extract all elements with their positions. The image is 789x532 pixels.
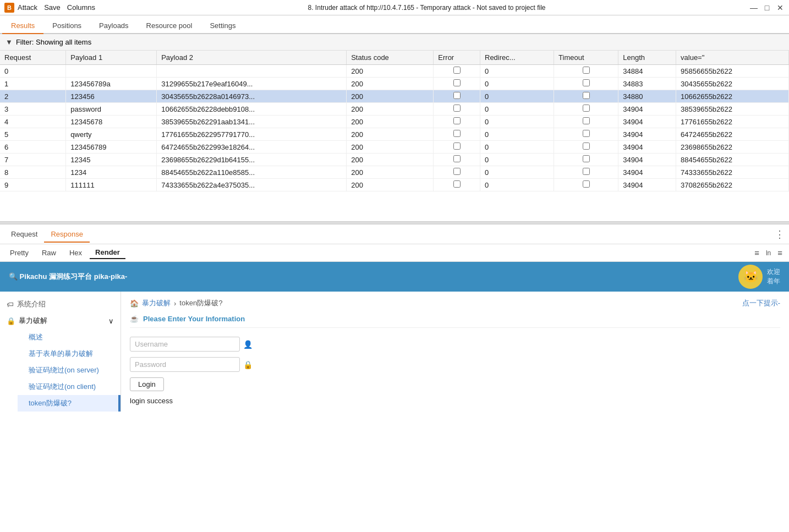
timeout-checkbox[interactable] bbox=[554, 141, 618, 153]
close-button[interactable]: ✕ bbox=[776, 3, 785, 12]
error-cb[interactable] bbox=[453, 105, 461, 112]
timeout-checkbox[interactable] bbox=[554, 90, 618, 103]
timeout-checkbox[interactable] bbox=[554, 103, 618, 116]
sidebar-item-overview[interactable]: 概述 bbox=[18, 329, 120, 345]
menu-columns[interactable]: Columns bbox=[67, 3, 95, 12]
lock-icon: 🔒 bbox=[7, 317, 15, 325]
menu-save[interactable]: Save bbox=[44, 3, 61, 12]
timeout-cb[interactable] bbox=[583, 142, 590, 150]
timeout-cb[interactable] bbox=[583, 180, 590, 188]
timeout-checkbox[interactable] bbox=[554, 179, 618, 191]
value-val: 10662655b2622 bbox=[676, 90, 789, 103]
timeout-checkbox[interactable] bbox=[554, 128, 618, 141]
error-cb[interactable] bbox=[453, 142, 461, 150]
tab-payloads[interactable]: Payloads bbox=[90, 18, 137, 34]
tab-response[interactable]: Response bbox=[44, 227, 90, 243]
error-cb[interactable] bbox=[453, 92, 461, 99]
error-checkbox[interactable] bbox=[434, 128, 480, 141]
tab-hex[interactable]: Hex bbox=[64, 247, 87, 259]
sidebar-system-intro[interactable]: 🏷 系统介绍 bbox=[0, 296, 120, 312]
timeout-checkbox[interactable] bbox=[554, 166, 618, 179]
col-payload1[interactable]: Payload 1 bbox=[66, 51, 157, 65]
error-checkbox[interactable] bbox=[434, 153, 480, 166]
table-row[interactable]: 41234567838539655b262291aab1341...200034… bbox=[0, 116, 789, 128]
table-row[interactable]: 612345678964724655b2622993e18264...20003… bbox=[0, 141, 789, 153]
col-request[interactable]: Request bbox=[0, 51, 66, 65]
error-cb[interactable] bbox=[453, 130, 461, 137]
timeout-cb[interactable] bbox=[583, 155, 590, 162]
col-payload2[interactable]: Payload 2 bbox=[157, 51, 347, 65]
error-cb[interactable] bbox=[453, 155, 461, 162]
error-cb[interactable] bbox=[453, 168, 461, 175]
password-input[interactable] bbox=[130, 357, 240, 372]
timeout-cb[interactable] bbox=[583, 92, 590, 99]
sidebar-item-captcha-client[interactable]: 验证码绕过(on client) bbox=[18, 379, 120, 395]
error-cb[interactable] bbox=[453, 117, 461, 124]
hint-link[interactable]: 点一下提示- bbox=[742, 298, 780, 308]
tab-request[interactable]: Request bbox=[4, 227, 44, 243]
timeout-checkbox[interactable] bbox=[554, 153, 618, 166]
more-options-icon[interactable]: ⋮ bbox=[775, 228, 785, 240]
col-timeout[interactable]: Timeout bbox=[554, 51, 618, 65]
table-row[interactable]: 71234523698655b26229d1b64155...200034904… bbox=[0, 153, 789, 166]
timeout-checkbox[interactable] bbox=[554, 65, 618, 78]
timeout-checkbox[interactable] bbox=[554, 116, 618, 128]
col-value[interactable]: value=" bbox=[676, 51, 789, 65]
error-cb[interactable] bbox=[453, 180, 461, 188]
table-row[interactable]: 5qwerty17761655b2622957791770...20003490… bbox=[0, 128, 789, 141]
col-status[interactable]: Status code bbox=[347, 51, 434, 65]
status-val: 200 bbox=[347, 141, 434, 153]
timeout-cb[interactable] bbox=[583, 130, 590, 137]
ln-icon[interactable]: ln bbox=[764, 248, 773, 258]
col-redirect[interactable]: Redirec... bbox=[480, 51, 554, 65]
more-render-icon[interactable]: ≡ bbox=[775, 247, 785, 259]
tab-results[interactable]: Results bbox=[2, 18, 43, 34]
results-table-area[interactable]: Request Payload 1 Payload 2 Status code … bbox=[0, 51, 789, 221]
col-length[interactable]: Length bbox=[618, 51, 676, 65]
sidebar-item-label: 基于表单的暴力破解 bbox=[29, 349, 93, 359]
tab-render[interactable]: Render bbox=[90, 246, 125, 259]
table-row[interactable]: 1123456789a31299655b217e9eaf16049...2000… bbox=[0, 78, 789, 90]
table-row[interactable]: 212345630435655b26228a0146973...20003488… bbox=[0, 90, 789, 103]
render-content[interactable]: 🔍 Pikachu 漏洞练习平台 pika-pika- 🐱 欢迎着年 🏷 系统介… bbox=[0, 262, 789, 532]
tab-positions[interactable]: Positions bbox=[43, 18, 90, 34]
redirect-val: 0 bbox=[480, 166, 554, 179]
login-button[interactable]: Login bbox=[130, 377, 164, 391]
timeout-cb[interactable] bbox=[583, 67, 590, 74]
minimize-button[interactable]: — bbox=[749, 3, 758, 12]
table-row[interactable]: 3password10662655b26228debb9108...200034… bbox=[0, 103, 789, 116]
error-checkbox[interactable] bbox=[434, 65, 480, 78]
error-checkbox[interactable] bbox=[434, 90, 480, 103]
length-val: 34904 bbox=[618, 103, 676, 116]
timeout-cb[interactable] bbox=[583, 168, 590, 175]
breadcrumb-segment1[interactable]: 暴力破解 bbox=[142, 298, 171, 308]
word-wrap-icon[interactable]: ≡ bbox=[752, 247, 761, 259]
sidebar-item-form-bruteforce[interactable]: 基于表单的暴力破解 bbox=[18, 345, 120, 362]
error-checkbox[interactable] bbox=[434, 166, 480, 179]
sidebar-group-bruteforce[interactable]: 🔒 暴力破解 ∨ bbox=[0, 312, 120, 329]
menu-attack[interactable]: Attack bbox=[18, 3, 37, 12]
timeout-cb[interactable] bbox=[583, 79, 590, 86]
timeout-checkbox[interactable] bbox=[554, 78, 618, 90]
error-checkbox[interactable] bbox=[434, 103, 480, 116]
sidebar-item-captcha-server[interactable]: 验证码绕过(on server) bbox=[18, 362, 120, 379]
table-row[interactable]: 911111174333655b2622a4e375035...20003490… bbox=[0, 179, 789, 191]
tab-resource-pool[interactable]: Resource pool bbox=[138, 18, 201, 34]
timeout-cb[interactable] bbox=[583, 105, 590, 112]
maximize-button[interactable]: □ bbox=[763, 3, 771, 12]
error-cb[interactable] bbox=[453, 67, 461, 74]
col-error[interactable]: Error bbox=[434, 51, 480, 65]
sidebar-item-token[interactable]: token防爆破? bbox=[18, 395, 120, 412]
tab-pretty[interactable]: Pretty bbox=[4, 247, 34, 259]
error-cb[interactable] bbox=[453, 79, 461, 86]
tab-raw[interactable]: Raw bbox=[36, 247, 62, 259]
error-checkbox[interactable] bbox=[434, 179, 480, 191]
error-checkbox[interactable] bbox=[434, 141, 480, 153]
error-checkbox[interactable] bbox=[434, 116, 480, 128]
tab-settings[interactable]: Settings bbox=[201, 18, 244, 34]
table-row[interactable]: 8123488454655b2622a110e8585...2000349047… bbox=[0, 166, 789, 179]
timeout-cb[interactable] bbox=[583, 117, 590, 124]
error-checkbox[interactable] bbox=[434, 78, 480, 90]
table-row[interactable]: 020003488495856655b2622 bbox=[0, 65, 789, 78]
username-input[interactable] bbox=[130, 337, 240, 352]
